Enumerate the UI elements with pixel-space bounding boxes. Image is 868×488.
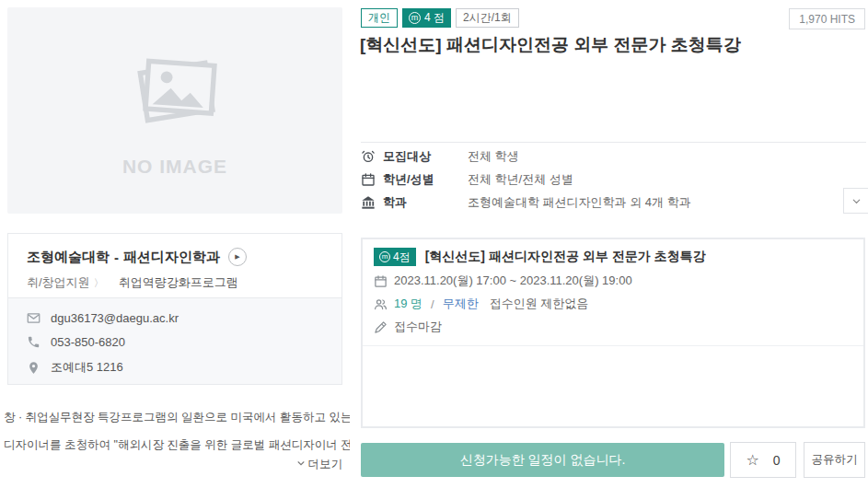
department-card: 조형예술대학 - 패션디자인학과 ▶ 취/창업지원 〉 취업역량강화프로그램: [7, 233, 342, 385]
photos-icon: [120, 43, 230, 135]
chevron-down-icon: [296, 459, 306, 468]
share-button[interactable]: 공유하기: [804, 442, 865, 478]
schedule-points-badge: m 4점: [374, 248, 416, 266]
department-name: 패션디자인학과: [123, 249, 220, 266]
mileage-icon: m: [409, 12, 421, 24]
schedule-status-row: 접수마감: [374, 319, 852, 335]
contact-email-row: dgu36173@daegu.ac.kr: [27, 311, 323, 325]
bank-icon: [361, 195, 376, 210]
more-link[interactable]: 더보기: [4, 457, 342, 472]
breadcrumb-program[interactable]: 취업역량강화프로그램: [119, 274, 238, 291]
capacity-value: 무제한: [443, 296, 479, 312]
star-icon: ☆: [746, 451, 758, 469]
department-name-row: 조형예술대학 - 패션디자인학과 ▶: [27, 248, 323, 266]
info-row-department: 학과 조형예술대학 패션디자인학과 외 4개 학과: [361, 194, 691, 211]
more-label: 더보기: [308, 458, 343, 471]
map-pin-icon: [27, 361, 41, 375]
no-image-placeholder: NO IMAGE: [7, 7, 342, 214]
section-divider: [361, 142, 866, 143]
applicant-count: 19 명: [394, 296, 422, 312]
schedule-datetime-row: 2023.11.20(월) 17:00 ~ 2023.11.20(월) 19:0…: [374, 273, 852, 289]
info-row-target: 모집대상 전체 학생: [361, 148, 519, 165]
envelope-icon: [27, 311, 41, 325]
department-card-header: 조형예술대학 - 패션디자인학과 ▶ 취/창업지원 〉 취업역량강화프로그램: [8, 234, 341, 291]
calendar-icon: [361, 172, 376, 187]
registration-status: 접수마감: [394, 319, 442, 335]
info-value: 전체 학생: [468, 148, 519, 165]
no-image-label: NO IMAGE: [122, 156, 227, 178]
schedule-points-label: 4점: [393, 250, 411, 265]
department-expand-button[interactable]: [843, 188, 868, 214]
favorite-button[interactable]: ☆ 0: [730, 442, 796, 478]
event-detail-page: NO IMAGE 개인 m 4 점 2시간/1회 1,970 HITS [혁신선…: [0, 0, 868, 488]
contact-email: dgu36173@daegu.ac.kr: [51, 311, 179, 325]
contact-location: 조예대5 1216: [51, 359, 123, 376]
info-row-grade-gender: 학년/성별 전체 학년/전체 성별: [361, 171, 573, 188]
description: 창 · 취업실무현장 특강프로그램의 일환으로 미국에서 활동하고 있는 패션 …: [4, 403, 350, 459]
name-separator: -: [114, 250, 119, 265]
info-label: 모집대상: [383, 148, 460, 165]
contact-section: dgu36173@daegu.ac.kr 053-850-6820 조예대5 1…: [8, 297, 341, 384]
favorite-count: 0: [773, 453, 781, 468]
schedule-item-header: m 4점 [혁신선도] 패션디자인전공 외부 전문가 초청특강: [374, 248, 852, 266]
capacity-note: 접수인원 제한없음: [490, 296, 589, 312]
schedule-title: [혁신선도] 패션디자인전공 외부 전문가 초청특강: [425, 249, 706, 265]
play-icon: ▶: [235, 253, 239, 261]
pen-icon: [374, 320, 388, 334]
info-label: 학과: [383, 194, 460, 211]
schedule-datetime: 2023.11.20(월) 17:00 ~ 2023.11.20(월) 19:0…: [394, 273, 632, 289]
contact-phone-row: 053-850-6820: [27, 335, 323, 349]
badge-row: 개인 m 4 점 2시간/1회: [361, 8, 519, 28]
hits-counter: 1,970 HITS: [789, 8, 865, 29]
phone-icon: [27, 335, 41, 349]
no-schedule-button[interactable]: 신청가능한 일정이 없습니다.: [361, 443, 724, 477]
slash-separator: /: [431, 297, 434, 311]
contact-location-row: 조예대5 1216: [27, 359, 323, 376]
contact-phone: 053-850-6820: [51, 335, 125, 349]
breadcrumb-arrow-icon: 〉: [94, 276, 104, 290]
description-line: 창 · 취업실무현장 특강프로그램의 일환으로 미국에서 활동하고 있는 패션: [4, 403, 350, 431]
info-value: 조형예술대학 패션디자인학과 외 4개 학과: [468, 194, 691, 211]
breadcrumb: 취/창업지원 〉 취업역량강화프로그램: [27, 274, 323, 291]
schedule-capacity-row: 19 명 / 무제한 접수인원 제한없음: [374, 296, 852, 312]
breadcrumb-category[interactable]: 취/창업지원: [27, 274, 90, 291]
duration-badge: 2시간/1회: [456, 8, 519, 28]
points-label: 4 점: [424, 10, 445, 26]
description-line: 디자이너를 초청하여 "해외시장 진출을 위한 글로벌 패션디자이너 전략" …: [4, 431, 350, 459]
info-label: 학년/성별: [383, 171, 460, 188]
play-button[interactable]: ▶: [228, 248, 247, 266]
points-badge: m 4 점: [402, 8, 451, 28]
people-icon: [374, 297, 388, 311]
mileage-icon: m: [379, 251, 390, 262]
alarm-clock-icon: [361, 149, 376, 164]
personal-badge: 개인: [361, 8, 398, 28]
schedule-card: m 4점 [혁신선도] 패션디자인전공 외부 전문가 초청특강 2023.11.…: [361, 238, 865, 428]
page-title: [혁신선도] 패션디자인전공 외부 전문가 초청특강: [360, 33, 741, 57]
chevron-down-icon: [851, 196, 862, 206]
info-value: 전체 학년/전체 성별: [468, 171, 573, 188]
calendar-icon: [374, 274, 388, 288]
college-name: 조형예술대학: [27, 249, 110, 266]
schedule-item[interactable]: m 4점 [혁신선도] 패션디자인전공 외부 전문가 초청특강 2023.11.…: [363, 239, 863, 346]
